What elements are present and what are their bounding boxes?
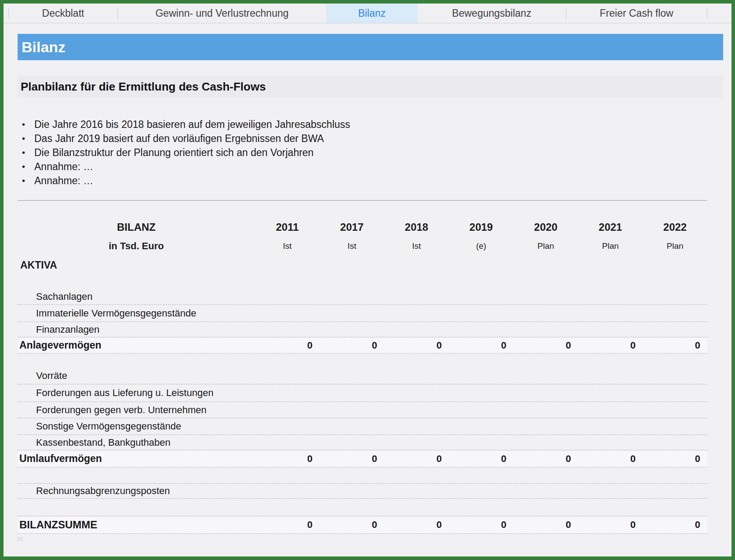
page-number: 20 bbox=[17, 536, 22, 542]
col-year-2017: 2017 bbox=[320, 221, 384, 233]
tab-gewinn-und-verlustrechnung[interactable]: Gewinn- und Verlustrechnung bbox=[118, 4, 326, 23]
bullet-item: Die Jahre 2016 bis 2018 basieren auf dem… bbox=[21, 117, 350, 131]
page-title: Bilanz bbox=[22, 39, 65, 56]
table-row-vorr-te[interactable]: Vorräte bbox=[18, 368, 707, 385]
row-label: BILANZSUMME bbox=[18, 519, 255, 531]
table-row-bilanzsumme[interactable]: BILANZSUMME0000000 bbox=[18, 516, 707, 534]
table-row-umlaufverm-gen[interactable]: Umlaufvermögen0000000 bbox=[18, 451, 707, 468]
table-row-forderungen-gegen-verb-unternehmen[interactable]: Forderungen gegen verb. Unternehmen bbox=[18, 402, 707, 418]
page-title-bar: Bilanz bbox=[18, 34, 723, 60]
value-cell[interactable]: 0 bbox=[643, 519, 707, 531]
table-body: SachanlagenImmaterielle Vermögensgegenst… bbox=[18, 289, 707, 534]
bullet-item: Die Bilanzstruktur der Planung orientier… bbox=[21, 145, 350, 160]
row-label: Rechnungsabgrenzungsposten bbox=[18, 485, 255, 497]
value-cell[interactable]: 0 bbox=[513, 340, 578, 351]
value-cell[interactable]: 0 bbox=[255, 453, 320, 465]
table-row-anlageverm-gen[interactable]: Anlagevermögen0000000 bbox=[18, 338, 707, 354]
col-basis-2017: Ist bbox=[320, 241, 384, 251]
col-year-2022: 2022 bbox=[643, 221, 707, 233]
value-cell[interactable]: 0 bbox=[384, 340, 449, 351]
value-cell[interactable]: 0 bbox=[255, 340, 320, 351]
row-label: Immaterielle Vermögensgegenstände bbox=[18, 308, 255, 319]
table-row-sachanlagen[interactable]: Sachanlagen bbox=[18, 289, 707, 305]
tab-divider bbox=[707, 7, 707, 19]
table-row-sonstige-verm-gensgegenst-nde[interactable]: Sonstige Vermögensgegenstände bbox=[18, 418, 707, 435]
section-title-band: Planbilanz für die Ermittlung des Cash-F… bbox=[18, 76, 723, 98]
col-basis-2022: Plan bbox=[643, 241, 707, 251]
col-year-2021: 2021 bbox=[578, 221, 643, 233]
section-title: Planbilanz für die Ermittlung des Cash-F… bbox=[21, 80, 266, 94]
value-cell[interactable]: 0 bbox=[384, 519, 449, 531]
value-cell[interactable]: 0 bbox=[513, 519, 578, 531]
row-label: Vorräte bbox=[18, 370, 255, 382]
col-year-2018: 2018 bbox=[384, 221, 449, 233]
value-cell[interactable]: 0 bbox=[255, 519, 320, 531]
row-label: Sonstige Vermögensgegenstände bbox=[18, 421, 255, 432]
col-year-2020: 2020 bbox=[513, 221, 578, 233]
value-cell[interactable]: 0 bbox=[578, 453, 643, 465]
row-label: Sachanlagen bbox=[18, 291, 255, 302]
col-year-2011: 2011 bbox=[255, 221, 320, 233]
tab-bilanz[interactable]: Bilanz bbox=[326, 4, 418, 23]
aktiva-label: AKTIVA bbox=[18, 259, 57, 271]
row-label: Umlaufvermögen bbox=[18, 453, 255, 465]
row-label: Forderungen gegen verb. Unternehmen bbox=[18, 404, 255, 416]
table-unit: in Tsd. Euro bbox=[18, 240, 255, 252]
app-window: DeckblattGewinn- und VerlustrechnungBila… bbox=[0, 0, 735, 560]
bullet-item: Annahme: … bbox=[21, 160, 350, 174]
value-cell[interactable]: 0 bbox=[320, 340, 384, 351]
value-cell[interactable]: 0 bbox=[643, 340, 707, 351]
row-label: Kassenbestand, Bankguthaben bbox=[18, 437, 255, 448]
row-label: Forderungen aus Lieferung u. Leistungen bbox=[18, 387, 255, 399]
value-cell[interactable]: 0 bbox=[320, 519, 384, 531]
value-cell[interactable]: 0 bbox=[449, 453, 513, 465]
col-basis-2018: Ist bbox=[384, 241, 449, 251]
col-year-2019: 2019 bbox=[449, 221, 513, 233]
col-basis-2011: Ist bbox=[255, 241, 320, 251]
tab-bewegungsbilanz[interactable]: Bewegungsbilanz bbox=[418, 4, 566, 23]
value-cell[interactable]: 0 bbox=[320, 453, 384, 465]
value-cell[interactable]: 0 bbox=[384, 453, 449, 465]
value-cell[interactable]: 0 bbox=[578, 519, 643, 531]
col-basis-2019: (e) bbox=[449, 241, 513, 251]
col-basis-2021: Plan bbox=[578, 241, 643, 251]
tab-bar: DeckblattGewinn- und VerlustrechnungBila… bbox=[4, 4, 731, 23]
notes-bullet-list: Die Jahre 2016 bis 2018 basieren auf dem… bbox=[21, 117, 350, 188]
value-cell[interactable]: 0 bbox=[513, 453, 578, 465]
basis-header-row: in Tsd. Euro IstIstIst(e)PlanPlanPlan bbox=[18, 238, 707, 254]
spacer-row bbox=[18, 499, 707, 516]
balance-table: BILANZ 2011201720182019202020212022 in T… bbox=[18, 200, 707, 534]
value-cell[interactable]: 0 bbox=[578, 340, 643, 351]
col-basis-2020: Plan bbox=[513, 241, 578, 251]
value-cell[interactable]: 0 bbox=[449, 519, 513, 531]
value-cell[interactable]: 0 bbox=[449, 340, 513, 351]
bullet-item: Das Jahr 2019 basiert auf den vorläufige… bbox=[21, 131, 350, 145]
row-label: Anlagevermögen bbox=[18, 339, 255, 351]
table-row-finanzanlagen[interactable]: Finanzanlagen bbox=[18, 322, 707, 338]
table-header: BILANZ 2011201720182019202020212022 in T… bbox=[18, 201, 707, 289]
bullet-item: Annahme: … bbox=[21, 174, 350, 188]
tab-freier-cash-flow[interactable]: Freier Cash flow bbox=[566, 4, 707, 23]
value-cell[interactable]: 0 bbox=[643, 453, 707, 465]
table-row-immaterielle-verm-gensgegenst-nde[interactable]: Immaterielle Vermögensgegenstände bbox=[18, 305, 707, 322]
table-row-forderungen-aus-lieferung-u-leistungen[interactable]: Forderungen aus Lieferung u. Leistungen bbox=[18, 385, 707, 402]
table-row-rechnungsabgrenzungsposten[interactable]: Rechnungsabgrenzungsposten bbox=[18, 484, 707, 499]
aktiva-section-row: AKTIVA bbox=[18, 257, 57, 273]
spacer-row bbox=[18, 468, 707, 484]
spacer-row bbox=[18, 354, 707, 368]
tab-deckblatt[interactable]: Deckblatt bbox=[9, 4, 117, 23]
table-title: BILANZ bbox=[18, 221, 255, 233]
row-label: Finanzanlagen bbox=[18, 324, 255, 335]
table-row-kassenbestand-bankguthaben[interactable]: Kassenbestand, Bankguthaben bbox=[18, 435, 707, 451]
year-header-row: BILANZ 2011201720182019202020212022 bbox=[18, 219, 707, 235]
sheet-page: DeckblattGewinn- und VerlustrechnungBila… bbox=[4, 4, 731, 556]
